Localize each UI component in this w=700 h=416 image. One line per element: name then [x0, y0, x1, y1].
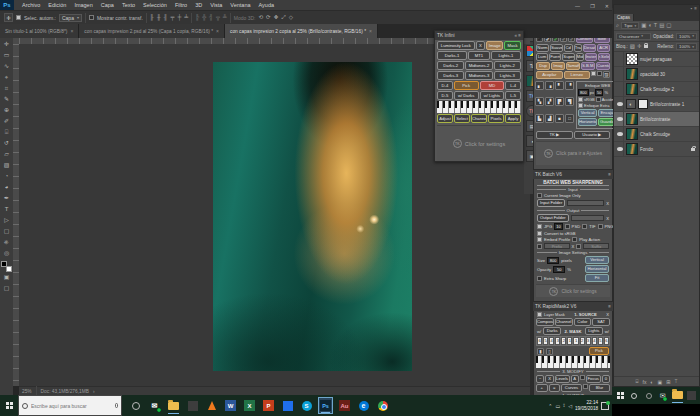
zone-button[interactable]: 6 — [604, 337, 609, 345]
horizontal-button[interactable]: Horizontal — [578, 118, 597, 126]
tk-settings-area[interactable]: TK Click for settings — [437, 125, 521, 161]
taskbar-search[interactable] — [18, 395, 122, 416]
menu-seleccion[interactable]: Selección — [139, 0, 171, 10]
status-expand-icon[interactable]: › — [93, 389, 95, 394]
search-input[interactable] — [31, 403, 112, 409]
edge-app[interactable]: e — [356, 397, 371, 414]
add-button[interactable]: + — [536, 384, 548, 392]
input-folder-field[interactable] — [567, 200, 604, 206]
l4-button[interactable]: L-4 — [505, 81, 521, 90]
sel-icon[interactable]: ▜ — [565, 97, 574, 106]
file-explorer-app[interactable] — [166, 397, 181, 414]
zone-button[interactable]: 1 — [573, 337, 578, 345]
history-brush-tool[interactable]: ↺ — [1, 138, 12, 149]
photoshop-logo[interactable]: Ps — [0, 0, 14, 10]
darks1-button[interactable]: Darks-1 — [437, 51, 467, 60]
sel-icon[interactable]: ▞ — [545, 97, 554, 106]
layer-row[interactable]: Chalk Smudge 2 — [614, 82, 699, 97]
cd-button[interactable]: Cd — [564, 44, 573, 52]
menu-filtro[interactable]: Filtro — [171, 0, 191, 10]
srgb-checkbox[interactable] — [578, 97, 583, 102]
layer-row[interactable]: mujer paraguas — [614, 52, 699, 67]
chrome-app[interactable] — [375, 397, 390, 414]
levels-button[interactable]: Levels — [555, 375, 570, 383]
channel-source-button[interactable]: Channel — [555, 318, 573, 326]
network-icon[interactable]: ⟟ — [563, 402, 565, 409]
move-tool[interactable]: ✛ — [1, 39, 12, 50]
mid-button[interactable]: Mid — [576, 53, 584, 61]
filter-type-dropdown[interactable]: Tipo — [621, 22, 639, 29]
action-center-icon[interactable] — [601, 402, 609, 410]
clear-input-button[interactable]: X — [606, 201, 609, 206]
gradient-tool[interactable]: ▨ — [1, 160, 12, 171]
distribute-left-icon[interactable]: ╠ — [195, 13, 199, 22]
x-modify-button[interactable]: X — [545, 375, 553, 383]
suffix-field[interactable]: Suffix — [583, 243, 609, 249]
filter-adjustment-icon[interactable]: ◐ — [648, 21, 651, 30]
a-button[interactable]: A — [571, 375, 579, 383]
color-source-button[interactable]: Color — [574, 318, 592, 326]
distribute-right-icon[interactable]: ╣ — [209, 13, 213, 22]
color-swatches[interactable] — [1, 261, 12, 272]
zone-button[interactable]: 4 — [549, 337, 554, 345]
distribute-middle-icon[interactable]: ╩ — [223, 13, 227, 22]
sel-icon[interactable]: □ — [565, 114, 574, 123]
zone-button[interactable]: 2 — [580, 337, 585, 345]
crop-tool[interactable]: ⌗ — [1, 83, 12, 94]
midtones2-button[interactable]: Midtones-2 — [465, 61, 492, 70]
rselec-button[interactable]: r.Selec — [598, 53, 610, 61]
luminosity-keyboard[interactable] — [437, 101, 521, 113]
layer-row[interactable]: ◐ Brillo/contraste 1 — [614, 97, 699, 112]
mail-app-2[interactable]: ✉ — [658, 388, 668, 403]
zone-button[interactable]: 3 — [555, 337, 560, 345]
clear-prefix-button[interactable]: X — [572, 244, 575, 249]
auto-select-target-dropdown[interactable]: Capa — [59, 14, 82, 22]
layer-mask-thumbnail[interactable] — [638, 99, 648, 109]
png-checkbox[interactable] — [598, 224, 603, 229]
visibility-toggle[interactable] — [616, 97, 624, 111]
vlc-app[interactable] — [204, 397, 219, 414]
sel-icon[interactable]: ▝ — [565, 81, 574, 90]
zone-button[interactable]: 2 — [561, 337, 566, 345]
modify-checkbox2[interactable] — [583, 384, 588, 389]
task-view-button-2[interactable] — [643, 388, 653, 403]
taskbar-clock[interactable]: 22:14 19/05/2018 — [575, 400, 598, 411]
combo-checkbox2[interactable] — [597, 71, 602, 76]
pixels-button[interactable]: Pixels — [488, 114, 504, 123]
eye-icon[interactable] — [617, 132, 623, 136]
sat-source-button[interactable]: SAT — [592, 318, 610, 326]
layer-row[interactable]: Fondo — [614, 142, 699, 157]
lock-transparency-icon[interactable]: ▨ — [630, 42, 635, 51]
align-bottom-icon[interactable]: ╧ — [184, 13, 188, 22]
distribute-top-icon[interactable]: ╦ — [216, 13, 220, 22]
darks3-button[interactable]: Darks-3 — [437, 71, 464, 80]
modify-checkbox1[interactable] — [580, 375, 585, 380]
mask-button[interactable]: Mask — [504, 41, 521, 50]
jpg-checkbox[interactable] — [537, 224, 542, 229]
acr-button[interactable]: ACR — [597, 44, 610, 52]
layer-row[interactable]: opacidad 30 — [614, 67, 699, 82]
equal-button[interactable]: = — [549, 384, 561, 392]
d4-button[interactable]: D-4 — [437, 81, 453, 90]
shape-tool[interactable]: ▢ — [1, 226, 12, 237]
mail-app[interactable]: ✉ — [147, 397, 162, 414]
convert-srgb-checkbox[interactable] — [537, 231, 542, 236]
rapidmask-pick-button[interactable]: Pick — [589, 347, 609, 355]
filter-shape-icon[interactable]: ▤ — [659, 21, 664, 30]
type-tool[interactable]: T — [1, 204, 12, 215]
menu-3d[interactable]: 3D — [191, 0, 206, 10]
menu-capa[interactable]: Capa — [97, 0, 118, 10]
visibility-toggle[interactable] — [616, 82, 624, 96]
tk-infinity-header[interactable]: TK Infini « ≡ — [435, 31, 523, 40]
menu-edicion[interactable]: Edición — [44, 0, 70, 10]
lights3-button[interactable]: Lights-3 — [494, 71, 521, 80]
select-button[interactable]: Select — [454, 114, 470, 123]
batch-vertical-button[interactable]: Vertical — [585, 256, 609, 264]
layer-thumbnail[interactable] — [626, 128, 638, 140]
minimize-icon[interactable]: — — [575, 3, 580, 9]
pick-button[interactable]: Pick — [454, 81, 479, 90]
opacity-dropdown[interactable]: 100% — [676, 33, 697, 40]
close-icon[interactable]: ✕ — [605, 3, 609, 9]
dark-app-2[interactable] — [687, 388, 697, 403]
layer-thumbnail[interactable] — [626, 83, 638, 95]
